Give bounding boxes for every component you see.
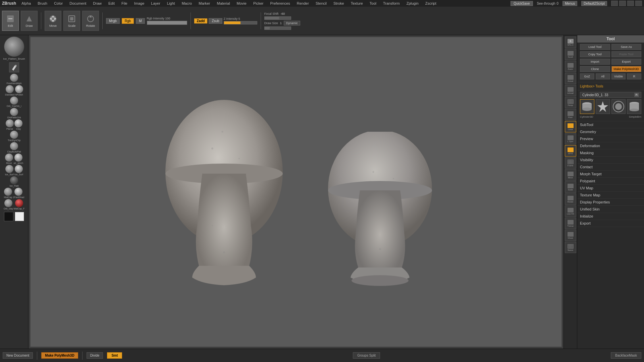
panel-initialize[interactable]: Initialize bbox=[577, 213, 644, 220]
panel-masking[interactable]: Masking bbox=[577, 149, 644, 157]
draw-size-slider[interactable] bbox=[264, 26, 291, 30]
lightbox-label[interactable]: Lightbox> Tools bbox=[580, 84, 641, 89]
panel-visibility[interactable]: Visibility bbox=[577, 157, 644, 164]
menu-material[interactable]: Material bbox=[215, 1, 231, 6]
default2script-button[interactable]: Default2Script bbox=[581, 1, 607, 6]
panel-export[interactable]: Export bbox=[577, 220, 644, 227]
edit-button[interactable]: Edit bbox=[2, 11, 19, 31]
draw-button[interactable]: Draw bbox=[21, 11, 38, 31]
swatch-black[interactable] bbox=[4, 212, 13, 221]
tool-thumb-cylinder[interactable] bbox=[580, 99, 594, 114]
brush-item-standard[interactable]: Standard bbox=[5, 85, 14, 96]
menu-stroke[interactable]: Stroke bbox=[332, 1, 345, 6]
import-button[interactable]: Import bbox=[580, 59, 610, 65]
m-toggle[interactable]: M bbox=[136, 18, 145, 24]
window-icon-2[interactable] bbox=[619, 1, 626, 6]
rotate-button[interactable]: Rotate bbox=[82, 11, 99, 31]
panel-preview[interactable]: Preview bbox=[577, 135, 644, 142]
brush-item-matcap[interactable]: MatCap bbox=[4, 188, 12, 198]
menu-draw[interactable]: Draw bbox=[92, 1, 103, 6]
zsub-button[interactable]: Zsub bbox=[209, 18, 222, 24]
brush-item-claybuild[interactable]: ClayBuildFlat bbox=[7, 142, 21, 153]
icon-transp[interactable]: Transp bbox=[565, 218, 576, 229]
menu-preferences[interactable]: Preferences bbox=[269, 1, 291, 6]
icon-persp[interactable]: Persp bbox=[565, 97, 576, 108]
brush-item-icesurf1[interactable]: Ice_Surf bbox=[5, 165, 14, 176]
goz-button[interactable]: GoZ bbox=[580, 73, 594, 79]
brush-pen-icon[interactable] bbox=[9, 62, 19, 72]
cylinder-r-button[interactable]: R bbox=[634, 93, 639, 97]
icon-zoom[interactable]: Zoom bbox=[565, 61, 576, 72]
z-intensity-bar[interactable] bbox=[224, 21, 257, 24]
menu-zplugin[interactable]: Zplugin bbox=[405, 1, 420, 6]
menu-alpha[interactable]: Alpha bbox=[20, 1, 32, 6]
scale-button[interactable]: Scale bbox=[63, 11, 80, 31]
export-button[interactable]: Export bbox=[611, 59, 642, 65]
brush-item-pinch[interactable]: a1_pinch bbox=[14, 154, 23, 164]
menu-edit[interactable]: Edit bbox=[107, 1, 116, 6]
tool-thumb-star[interactable] bbox=[596, 99, 610, 114]
icon-local[interactable]: Local bbox=[565, 121, 576, 132]
brush-item-clay[interactable]: Clay bbox=[14, 119, 22, 130]
brush-item-hpolish[interactable]: hPolish bbox=[15, 85, 23, 96]
mrgb-toggle[interactable]: Mrgb bbox=[106, 18, 120, 24]
menu-transform[interactable]: Transform bbox=[382, 1, 401, 6]
visible-button[interactable]: Visible bbox=[611, 73, 626, 79]
brush-item-icesurf2[interactable]: Ice_Surf bbox=[14, 165, 23, 176]
panel-subtool[interactable]: SubTool bbox=[577, 121, 644, 128]
make-polymesh3d-button[interactable]: Make PolyMesh3D bbox=[611, 66, 642, 72]
brush-item-freehand[interactable]: FreeHandAlph bbox=[6, 74, 21, 84]
menus-button[interactable]: Menus bbox=[562, 1, 577, 6]
menu-image[interactable]: Image bbox=[133, 1, 146, 6]
panel-display-properties[interactable]: Display Properties bbox=[577, 199, 644, 206]
divide-button[interactable]: Divide bbox=[87, 352, 103, 359]
clone-button[interactable]: Clone bbox=[580, 66, 610, 72]
paste-tool-button[interactable]: Paste Tool bbox=[611, 51, 642, 57]
groups-split-button[interactable]: Groups Split bbox=[353, 352, 380, 359]
quicksave-button[interactable]: QuickSave bbox=[511, 1, 533, 6]
icon-ghost[interactable]: Ghost bbox=[565, 230, 576, 241]
panel-contact[interactable]: Contact bbox=[577, 164, 644, 171]
menu-file[interactable]: File bbox=[120, 1, 129, 6]
brush-item-fastshad[interactable]: 1FastShad bbox=[13, 188, 24, 198]
r-button[interactable]: R bbox=[627, 73, 641, 79]
canvas-area[interactable] bbox=[30, 37, 562, 347]
icon-frame[interactable]: Frame bbox=[565, 157, 576, 169]
brush-item-orbflatt[interactable]: OrbFlattnOrb bbox=[7, 108, 21, 119]
menu-light[interactable]: Light bbox=[166, 1, 176, 6]
icon-aahalf[interactable]: AAHalf bbox=[565, 85, 576, 96]
menu-marker[interactable]: Marker bbox=[197, 1, 211, 6]
brush-item-trimdyn[interactable]: TrimDynClip bbox=[8, 131, 20, 141]
new-document-button[interactable]: New Document bbox=[3, 352, 33, 359]
icon-spix[interactable]: S SPix 3 bbox=[565, 37, 576, 48]
panel-deformation[interactable]: Deformation bbox=[577, 142, 644, 149]
panel-uv-map[interactable]: UV Map bbox=[577, 185, 644, 192]
menu-texture[interactable]: Texture bbox=[350, 1, 364, 6]
icon-move[interactable]: Move bbox=[565, 169, 576, 181]
panel-polypaint[interactable]: Polypaint bbox=[577, 178, 644, 185]
icon-actual[interactable]: Actual bbox=[565, 73, 576, 84]
brush-item-orbclay[interactable]: Orb_clay bbox=[4, 199, 13, 210]
copy-tool-button[interactable]: Copy Tool bbox=[580, 51, 610, 57]
move-button[interactable]: Move bbox=[45, 11, 61, 31]
brush-item-move[interactable]: Move bbox=[5, 154, 13, 164]
icon-linefill[interactable]: Line Fill bbox=[565, 205, 576, 217]
menu-layer[interactable]: Layer bbox=[150, 1, 162, 6]
brush-item-planar[interactable]: Planar bbox=[6, 119, 14, 130]
menu-render[interactable]: Render bbox=[296, 1, 310, 6]
menu-picker[interactable]: Picker bbox=[252, 1, 265, 6]
icon-scroll[interactable]: Scroll bbox=[565, 49, 576, 60]
panel-texture-map[interactable]: Texture Map bbox=[577, 192, 644, 199]
all-button[interactable]: All bbox=[596, 73, 610, 79]
make-polymesh-button[interactable]: Make PolyMesh3D bbox=[41, 352, 78, 359]
window-icon-4[interactable] bbox=[635, 1, 642, 6]
icon-space[interactable]: Space bbox=[565, 242, 576, 253]
icon-scale[interactable]: Scale bbox=[565, 181, 576, 193]
swatch-white[interactable] bbox=[15, 212, 24, 221]
rgb-toggle[interactable]: Rgb bbox=[122, 18, 134, 24]
zadd-button[interactable]: Zadd bbox=[194, 18, 208, 23]
rgb-intensity-bar[interactable] bbox=[147, 21, 187, 25]
menu-stencil[interactable]: Stencil bbox=[314, 1, 328, 6]
menu-zscript[interactable]: Zscript bbox=[424, 1, 438, 6]
icon-lsym[interactable]: L Sym bbox=[565, 133, 576, 144]
